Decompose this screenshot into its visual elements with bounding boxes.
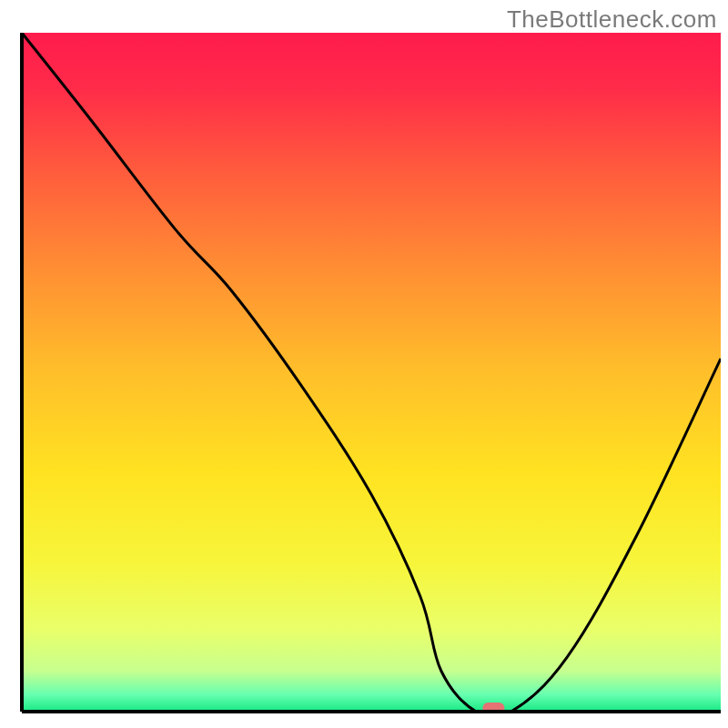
bottleneck-chart (0, 0, 728, 728)
plot-background (22, 33, 721, 712)
chart-frame: TheBottleneck.com (0, 0, 728, 728)
watermark-text: TheBottleneck.com (507, 5, 717, 34)
